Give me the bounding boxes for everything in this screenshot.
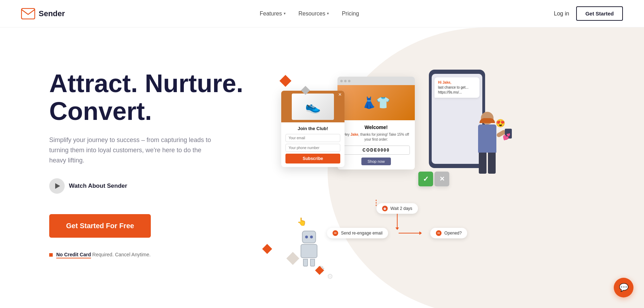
popup-title: Join the Club! (285, 126, 340, 131)
no-credit-card-text: No Credit Card Required. Cancel Anytime. (49, 252, 246, 257)
popup-subscribe-button[interactable]: Subscribe (285, 154, 340, 163)
navbar: Sender Features ▾ Resources ▾ Pricing Lo… (0, 0, 644, 27)
hero-subtitle: Simplify your journey to success – from … (49, 135, 218, 165)
popup-subscribe-card: ✕ 👟 Join the Club! Subscribe (281, 91, 344, 167)
popup-body: Join the Club! Subscribe (281, 122, 344, 167)
nav-links: Features ▾ Resources ▾ Pricing (260, 11, 359, 17)
emoji-heart-eyes: 😍 (496, 119, 505, 128)
popup-email-input[interactable] (285, 134, 340, 142)
workflow-wait-node: ⏰ Wait 2 days (376, 203, 418, 214)
watch-label: Watch About Sender (69, 182, 127, 190)
alarm-icon: ⏰ (382, 206, 388, 211)
email-welcome-card: 👗👕 Welcome! Hey Jake, thanks for joining… (337, 77, 415, 169)
login-button[interactable]: Log in (554, 11, 569, 17)
email-body: Welcome! Hey Jake, thanks for joining! T… (337, 120, 415, 169)
nav-pricing-link[interactable]: Pricing (342, 11, 359, 17)
hero-left: Attract. Nurture. Convert. Simplify your… (49, 49, 246, 257)
email-send-icon: ✉ (333, 230, 338, 236)
workflow-opened-node: ✉ Opened? (430, 228, 467, 238)
email-header-bar (337, 77, 415, 85)
x-icon: ✕ (434, 172, 449, 186)
dot-1 (340, 80, 343, 82)
popup-close-icon: ✕ (338, 92, 342, 97)
cursor-pointer-icon: 👆 (297, 217, 307, 226)
check-icon: ✓ (418, 172, 433, 186)
workflow-send-node: ✉ Send re-engage email (327, 228, 388, 238)
popup-header: ✕ 👟 (281, 91, 344, 122)
chevron-down-icon: ▾ (284, 11, 286, 16)
sms-phone-device: Hi Jake, last chance to get... https://9… (429, 70, 485, 168)
orange-square-icon (49, 253, 53, 257)
gear-icon-2: ⚙ (327, 272, 333, 281)
email-welcome-title: Welcome! (342, 124, 410, 130)
logo-icon (21, 8, 35, 19)
nav-features-link[interactable]: Features ▾ (260, 11, 286, 17)
person-illustration (478, 112, 496, 174)
hero-section: Attract. Nurture. Convert. Simplify your… (0, 27, 644, 308)
cta-get-started-button[interactable]: Get Started For Free (49, 214, 151, 238)
play-triangle-icon (55, 183, 60, 189)
dot-3 (348, 80, 350, 82)
emoji-hearts: 💕 (503, 133, 510, 141)
nav-item-pricing[interactable]: Pricing (342, 11, 359, 17)
sms-message-bubble: Hi Jake, last chance to get... https://9… (434, 77, 479, 98)
chat-widget-button[interactable]: 💬 (614, 278, 633, 297)
email-product-image: 👗👕 (337, 85, 415, 120)
nav-actions: Log in Get Started (554, 6, 623, 21)
dot-2 (344, 80, 347, 82)
check-x-icons: ✓ ✕ (418, 172, 449, 186)
logo-text: Sender (39, 9, 65, 18)
no-cc-rest: Required. Cancel Anytime. (92, 252, 151, 257)
workflow-arrow-1 (397, 214, 398, 228)
product-image: 👟 (292, 94, 334, 120)
popup-phone-input[interactable] (285, 144, 340, 152)
shop-now-button[interactable]: Shop now (361, 158, 391, 165)
chat-icon: 💬 (619, 283, 629, 292)
nav-item-resources[interactable]: Resources ▾ (298, 11, 329, 17)
phone-screen: Hi Jake, last chance to get... https://9… (432, 74, 482, 164)
get-started-nav-button[interactable]: Get Started (576, 6, 623, 21)
hero-title: Attract. Nurture. Convert. (49, 70, 246, 125)
robot-illustration (301, 231, 317, 267)
promo-code: CODE0000 (342, 146, 410, 155)
no-cc-bold: No Credit Card (56, 252, 91, 258)
chevron-down-icon: ▾ (327, 11, 329, 16)
illustration-container: ✕ 👟 Join the Club! Subscribe 👗👕 (246, 49, 623, 295)
opened-icon: ✉ (436, 230, 442, 236)
logo[interactable]: Sender (21, 8, 65, 19)
hero-right: ✕ 👟 Join the Club! Subscribe 👗👕 (246, 49, 623, 295)
nav-item-features[interactable]: Features ▾ (260, 11, 286, 17)
svg-rect-0 (21, 8, 35, 19)
play-icon (49, 178, 65, 194)
email-body-text: Hey Jake, thanks for joining! Take 15% o… (342, 132, 410, 142)
watch-video-button[interactable]: Watch About Sender (49, 178, 246, 194)
nav-resources-link[interactable]: Resources ▾ (298, 11, 329, 17)
